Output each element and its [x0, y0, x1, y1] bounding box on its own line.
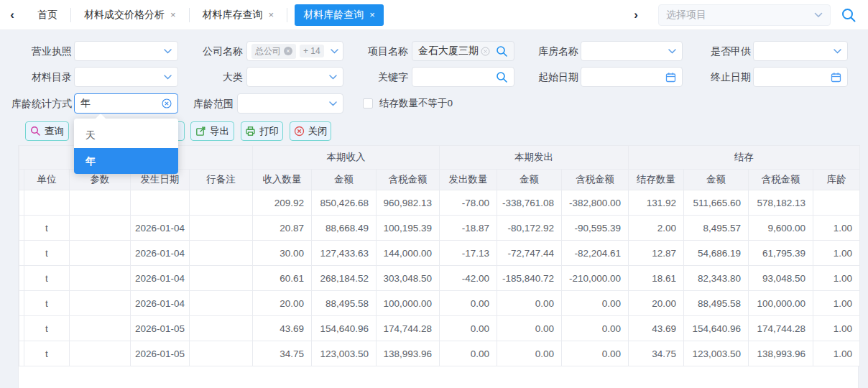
table-cell: -185,840.72	[497, 266, 562, 291]
owner-supplied-label: 是否甲供	[697, 41, 751, 61]
tab-close-icon[interactable]: ×	[369, 9, 375, 20]
column-header[interactable]: 含税金额	[377, 170, 440, 190]
aging-method-input[interactable]: 年	[74, 93, 178, 114]
table-cell	[190, 341, 253, 366]
table-row[interactable]: t2026-01-0420.0088,495.58100,000.000.000…	[19, 291, 860, 316]
column-header[interactable]: 收入数量	[253, 170, 312, 190]
table-cell: 123,003.50	[312, 341, 377, 366]
dropdown-option-day[interactable]: 天	[74, 122, 178, 148]
table-cell: -17.13	[440, 241, 497, 266]
clear-icon[interactable]	[162, 98, 172, 108]
table-row[interactable]: t2026-01-0460.61268,184.52303,048.50-42.…	[19, 266, 860, 291]
print-button[interactable]: 打印	[241, 121, 283, 141]
table-cell: 9,600.00	[749, 216, 813, 241]
tab-close-icon[interactable]: ×	[269, 9, 274, 20]
company-select[interactable]: 总公司 × + 14	[246, 41, 343, 61]
export-icon	[195, 126, 206, 137]
table-row[interactable]: t2026-01-0534.75123,003.50138,993.960.00…	[19, 341, 860, 366]
search-icon[interactable]	[496, 45, 508, 57]
material-catalog-select[interactable]	[74, 67, 178, 87]
row-handle-cell	[19, 266, 24, 291]
tabs-scroll-right-icon[interactable]: ›	[624, 8, 648, 22]
row-handle-cell	[19, 241, 24, 266]
table-cell: 100,000.00	[377, 291, 440, 316]
search-icon[interactable]	[496, 71, 508, 83]
keyword-input[interactable]	[412, 67, 514, 87]
end-date-label: 终止日期	[697, 67, 751, 87]
aging-method-dropdown: 天 年	[74, 119, 178, 174]
business-license-select[interactable]	[74, 41, 178, 61]
aging-method-label: 库龄统计方式	[0, 93, 72, 114]
company-tag: 总公司 ×	[251, 44, 296, 59]
project-name-value: 金石大厦三期	[418, 45, 479, 57]
table-cell: 123,003.50	[684, 341, 749, 366]
query-button[interactable]: 查询	[25, 121, 69, 141]
group-header: 结存	[629, 146, 860, 170]
table-cell: 1.00	[813, 341, 860, 366]
end-date-input[interactable]	[753, 67, 848, 87]
table-cell: 268,184.52	[312, 266, 377, 291]
project-select-placeholder: 选择项目	[666, 9, 814, 22]
table-cell: -42.00	[440, 266, 497, 291]
table-cell: 20.87	[253, 216, 312, 241]
tab-material-aging-query[interactable]: 材料库龄查询 ×	[295, 4, 384, 26]
aging-range-select[interactable]	[237, 93, 343, 114]
table-cell: 61,795.39	[749, 241, 813, 266]
table-cell: 144,000.00	[377, 241, 440, 266]
tab-home[interactable]: 首页	[24, 8, 71, 22]
table-cell: 100,195.39	[377, 216, 440, 241]
table-cell: t	[24, 291, 70, 316]
start-date-input[interactable]	[581, 67, 683, 87]
table-cell: 138,993.96	[377, 341, 440, 366]
column-header[interactable]: 发出数量	[440, 170, 497, 190]
tab-label: 材料库龄查询	[303, 9, 364, 22]
warehouse-select[interactable]	[581, 41, 683, 61]
clear-icon[interactable]	[481, 47, 490, 56]
checkbox-icon[interactable]	[363, 98, 373, 108]
global-search-icon[interactable]	[841, 7, 857, 23]
table-row[interactable]: t2026-01-0543.69154,640.96174,744.280.00…	[19, 316, 860, 341]
nonzero-balance-checkbox[interactable]: 结存数量不等于0	[363, 93, 453, 114]
column-header[interactable]: 单位	[24, 170, 70, 190]
table-row[interactable]: t2026-01-0420.8788,668.49100,195.39-18.8…	[19, 216, 860, 241]
major-class-select[interactable]	[246, 67, 343, 87]
table-cell: -382,800.00	[562, 190, 629, 216]
table-cell	[813, 190, 860, 216]
table-cell: 0.00	[440, 316, 497, 341]
tag-close-icon[interactable]: ×	[284, 47, 292, 55]
table-row[interactable]: 209.92850,426.68960,982.13-78.00-338,761…	[19, 190, 860, 216]
project-name-input[interactable]: 金石大厦三期	[412, 41, 514, 61]
table-cell: 174,744.28	[749, 316, 813, 341]
column-header[interactable]: 金额	[497, 170, 562, 190]
table-cell: 2.00	[629, 216, 684, 241]
table-cell	[70, 190, 131, 216]
group-header: 本期发出	[440, 146, 629, 170]
column-header[interactable]: 金额	[684, 170, 749, 190]
project-select[interactable]: 选择项目	[658, 4, 831, 26]
tab-close-icon[interactable]: ×	[170, 9, 176, 20]
tab-material-price-analysis[interactable]: 材料成交价格分析 ×	[71, 8, 190, 22]
table-cell: 18.61	[629, 266, 684, 291]
column-header[interactable]: 库龄	[813, 170, 860, 190]
dropdown-option-year[interactable]: 年	[74, 148, 178, 174]
chevron-down-icon	[834, 49, 841, 54]
row-handle-cell	[19, 216, 24, 241]
company-more-tag: + 14	[300, 45, 324, 57]
column-header[interactable]: 含税金额	[749, 170, 813, 190]
close-button[interactable]: 关闭	[290, 121, 331, 141]
column-header[interactable]: 含税金额	[562, 170, 629, 190]
column-header[interactable]: 行备注	[190, 170, 253, 190]
export-button[interactable]: 导出	[190, 121, 234, 141]
project-name-label: 项目名称	[352, 41, 408, 61]
table-row[interactable]: t2026-01-0430.00127,433.63144,000.00-17.…	[19, 241, 860, 266]
table-cell	[190, 216, 253, 241]
table-cell: 1.00	[813, 241, 860, 266]
column-header[interactable]: 结存数量	[629, 170, 684, 190]
tab-bar: ‹ 首页 材料成交价格分析 × 材料库存查询 × 材料库龄查询 × › 选择项目	[0, 0, 868, 30]
owner-supplied-select[interactable]	[753, 41, 848, 61]
tabs-scroll-left-icon[interactable]: ‹	[0, 8, 24, 22]
column-header[interactable]: 金额	[312, 170, 377, 190]
table-cell: 2026-01-04	[131, 241, 190, 266]
table-cell: 12.87	[629, 241, 684, 266]
tab-material-stock-query[interactable]: 材料库存查询 ×	[190, 8, 288, 22]
